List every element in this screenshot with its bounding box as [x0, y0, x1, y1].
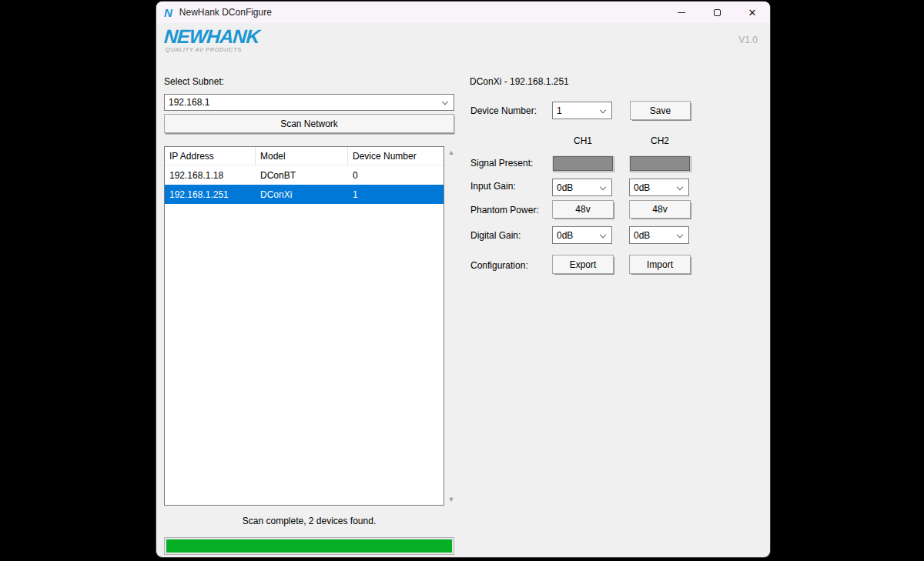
phantom-power-label: Phantom Power: — [470, 205, 539, 215]
digital-gain-combobox-ch1[interactable]: 0dB — [552, 226, 612, 244]
signal-present-indicator-ch1 — [552, 155, 614, 172]
maximize-icon — [714, 9, 721, 16]
progress-fill — [166, 539, 452, 553]
device-number-value: 1 — [557, 105, 562, 116]
subnet-combobox[interactable]: 192.168.1 — [164, 94, 454, 111]
signal-present-indicator-ch2 — [629, 155, 691, 172]
save-button[interactable]: Save — [630, 101, 691, 120]
ch2-header: CH2 — [629, 135, 691, 146]
phantom-power-button-ch2[interactable]: 48v — [629, 200, 691, 219]
import-button[interactable]: Import — [629, 255, 691, 274]
device-number-combobox[interactable]: 1 — [552, 102, 612, 119]
scan-network-button[interactable]: Scan Network — [164, 114, 454, 133]
chevron-down-icon — [600, 231, 606, 237]
input-gain-combobox-ch1[interactable]: 0dB — [552, 179, 612, 196]
cell-ip: 192.168.1.18 — [165, 170, 256, 181]
digital-gain-label: Digital Gain: — [470, 230, 521, 241]
app-window: N NewHank DConFigure ✕ NEWHANK QUALITY A… — [156, 2, 770, 557]
minimize-button[interactable] — [664, 2, 699, 23]
configuration-label: Configuration: — [470, 260, 528, 271]
chevron-down-icon — [677, 183, 683, 189]
input-gain-combobox-ch2[interactable]: 0dB — [629, 179, 689, 196]
column-header-model[interactable]: Model — [256, 147, 348, 165]
input-gain-label: Input Gain: — [470, 181, 516, 192]
brand-tagline: QUALITY AV PRODUCTS — [166, 46, 242, 53]
chevron-down-icon — [442, 99, 448, 105]
progress-bar — [164, 537, 454, 555]
digital-gain-value-ch1: 0dB — [557, 230, 573, 241]
device-number-label: Device Number: — [470, 105, 537, 116]
cell-model: DConBT — [256, 170, 348, 181]
cell-device-number: 0 — [348, 170, 444, 181]
close-icon: ✕ — [748, 8, 757, 18]
scroll-down-icon[interactable]: ▼ — [446, 495, 457, 504]
scan-status-text: Scan complete, 2 devices found. — [164, 516, 454, 526]
table-row[interactable]: 192.168.1.18 DConBT 0 — [165, 165, 444, 185]
column-header-device-number[interactable]: Device Number — [348, 147, 444, 165]
input-gain-value-ch1: 0dB — [557, 182, 573, 193]
phantom-power-button-ch1[interactable]: 48v — [552, 200, 614, 219]
brand-logo: NEWHANK — [163, 25, 260, 48]
title-bar: N NewHank DConFigure ✕ — [156, 2, 770, 23]
chevron-down-icon — [677, 231, 683, 237]
chevron-down-icon — [600, 183, 606, 189]
cell-device-number: 1 — [348, 189, 444, 200]
close-button[interactable]: ✕ — [735, 2, 770, 23]
version-label: V1.0 — [738, 35, 758, 45]
devices-table[interactable]: IP Address Model Device Number 192.168.1… — [164, 146, 444, 506]
device-panel-header: DConXi - 192.168.1.251 — [470, 76, 569, 87]
table-row-selected[interactable]: 192.168.1.251 DConXi 1 — [165, 185, 444, 204]
export-button[interactable]: Export — [552, 255, 614, 274]
subnet-value: 192.168.1 — [169, 97, 209, 108]
input-gain-value-ch2: 0dB — [634, 182, 650, 193]
column-header-ip[interactable]: IP Address — [165, 147, 256, 165]
cell-model: DConXi — [256, 189, 348, 200]
digital-gain-combobox-ch2[interactable]: 0dB — [629, 226, 689, 244]
maximize-button[interactable] — [699, 2, 735, 23]
chevron-down-icon — [600, 106, 606, 112]
ch1-header: CH1 — [552, 135, 614, 146]
app-logo-icon: N — [164, 6, 172, 19]
digital-gain-value-ch2: 0dB — [634, 230, 650, 241]
window-title: NewHank DConFigure — [179, 7, 272, 18]
signal-present-label: Signal Present: — [470, 158, 533, 169]
minimize-icon — [678, 12, 685, 13]
select-subnet-label: Select Subnet: — [164, 76, 224, 87]
scroll-up-icon[interactable]: ▲ — [446, 148, 457, 157]
cell-ip: 192.168.1.251 — [165, 189, 256, 200]
table-header-row: IP Address Model Device Number — [165, 147, 444, 165]
